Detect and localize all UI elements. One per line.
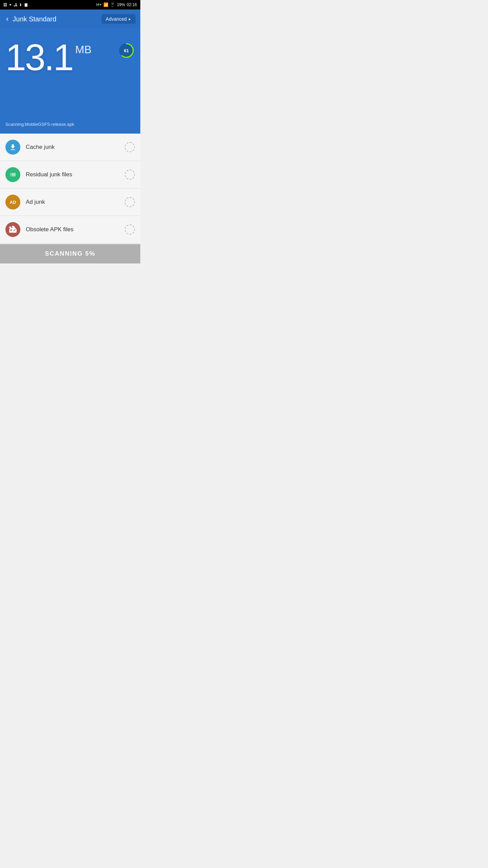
main-panel: 13.1 MB 61 Scanning:MobileGSFS-release.a…: [0, 28, 140, 134]
progress-circle: 61: [118, 42, 135, 59]
ad-junk-spinner: [125, 197, 135, 207]
status-info-right: H+ 📶 📱 19% 02:16: [96, 2, 137, 7]
progress-value: 61: [124, 48, 129, 53]
chevron-right-icon: ►: [128, 17, 131, 21]
size-display: 13.1 MB 61: [5, 39, 135, 76]
back-button[interactable]: ‹: [5, 14, 10, 24]
size-unit: MB: [75, 43, 92, 56]
status-bar: 🖼 ✦ 🏞 ⬇ 📋 H+ 📶 📱 19% 02:16: [0, 0, 140, 9]
status-icon-gallery: 🖼: [3, 3, 7, 7]
toolbar-left: ‹ Junk Standard: [5, 14, 56, 24]
apk-junk-icon: [5, 222, 20, 237]
junk-item-residual[interactable]: Residual junk files: [0, 161, 140, 189]
ad-icon-text: AD: [10, 200, 16, 205]
status-battery: 19%: [117, 2, 125, 7]
junk-item-apk[interactable]: Obsolete APK files: [0, 216, 140, 243]
status-icon-clipboard: 📋: [24, 3, 28, 7]
apk-junk-spinner: [125, 224, 135, 235]
residual-junk-icon: [5, 167, 20, 182]
cache-junk-icon: [5, 140, 20, 155]
cache-junk-spinner: [125, 142, 135, 152]
junk-list: Cache junk Residual junk files AD Ad jun…: [0, 134, 140, 243]
status-icon-download: ⬇: [19, 3, 22, 7]
status-icon-pinwheel: ✦: [9, 3, 12, 7]
status-time: 02:16: [127, 2, 137, 7]
residual-junk-label: Residual junk files: [26, 171, 119, 178]
scanning-status: Scanning:MobileGSFS-release.apk: [5, 122, 135, 127]
residual-junk-spinner: [125, 170, 135, 180]
status-bars-icon: 📱: [110, 2, 115, 7]
junk-item-ad[interactable]: AD Ad junk: [0, 189, 140, 216]
toolbar: ‹ Junk Standard Advanced ►: [0, 9, 140, 28]
apk-junk-label: Obsolete APK files: [26, 226, 119, 233]
junk-item-cache[interactable]: Cache junk: [0, 134, 140, 161]
size-value: 13.1: [5, 39, 73, 76]
status-signal: H+: [96, 2, 102, 7]
cache-junk-label: Cache junk: [26, 144, 119, 151]
advanced-button[interactable]: Advanced ►: [102, 14, 136, 24]
status-icon-image: 🏞: [14, 3, 17, 7]
status-wifi-icon: 📶: [103, 2, 108, 7]
ad-junk-label: Ad junk: [26, 199, 119, 205]
advanced-label: Advanced: [106, 16, 127, 22]
scan-button-label: SCANNING 5%: [45, 250, 95, 257]
status-icons-left: 🖼 ✦ 🏞 ⬇ 📋: [3, 3, 28, 7]
ad-junk-icon: AD: [5, 195, 20, 210]
page-title: Junk Standard: [13, 15, 56, 23]
scan-bar[interactable]: SCANNING 5%: [0, 244, 140, 263]
